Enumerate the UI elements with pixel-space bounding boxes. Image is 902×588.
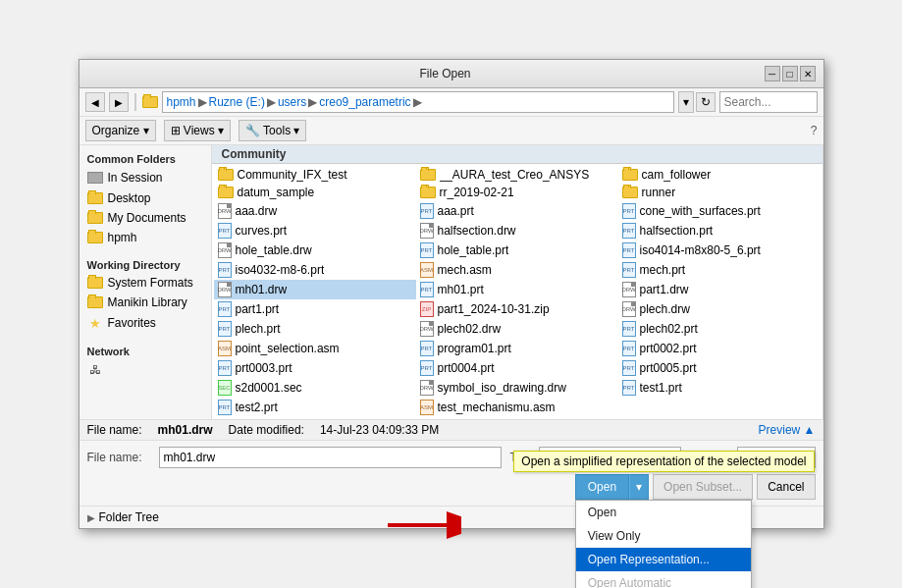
cancel-button[interactable]: Cancel — [757, 474, 815, 500]
file-grid: Community_IFX_test__AURA_test_Creo_ANSYS… — [212, 164, 822, 419]
sidebar-item-desktop[interactable]: Desktop — [80, 188, 211, 208]
breadcrumb-creo[interactable]: creo9_parametric — [319, 95, 410, 109]
list-item[interactable]: PRTmh01.prt — [416, 280, 618, 299]
list-item[interactable]: __AURA_test_Creo_ANSYS — [416, 166, 618, 184]
list-item[interactable]: PRTtest2.prt — [214, 398, 416, 417]
system-formats-icon — [87, 277, 103, 289]
community-header: Community — [222, 147, 287, 161]
breadcrumb-hpmh[interactable]: hpmh — [167, 95, 196, 109]
filename-input[interactable] — [159, 447, 503, 468]
breadcrumb-ruzne[interactable]: Ruzne (E:) — [209, 95, 265, 109]
list-item[interactable]: SECs2d0001.sec — [214, 378, 416, 398]
dialog-title: File Open — [127, 67, 765, 80]
search-input[interactable] — [719, 91, 818, 113]
title-bar: File Open ─ □ ✕ — [80, 60, 823, 88]
list-item[interactable]: DRWpart1.drw — [618, 280, 821, 299]
list-item[interactable]: ASMmech.asm — [416, 260, 618, 280]
list-item[interactable]: DRWmh01.drw — [214, 280, 416, 299]
list-item[interactable]: PRThalfsection.prt — [618, 221, 821, 241]
view-only-option[interactable]: View Only — [576, 524, 751, 548]
list-item[interactable]: PRThole_table.prt — [416, 241, 618, 260]
file-list: Community Community_IFX_test__AURA_test_… — [212, 145, 823, 419]
list-item[interactable]: PRTprt0003.prt — [214, 358, 416, 378]
list-item[interactable]: PRTcone_with_surfaces.prt — [618, 201, 821, 221]
title-controls: ─ □ ✕ — [765, 66, 816, 81]
list-item[interactable]: PRTplech.prt — [214, 319, 416, 339]
open-dropdown-menu: Open View Only Open Representation... Op… — [575, 500, 752, 588]
list-item[interactable]: PRTprogram01.prt — [416, 339, 618, 358]
back-button[interactable]: ◀ — [85, 92, 105, 112]
open-automatic-option: Open Automatic — [576, 571, 751, 588]
list-item[interactable]: PRTprt0002.prt — [618, 339, 821, 358]
sidebar-item-system-formats[interactable]: System Formats — [80, 273, 211, 293]
maximize-button[interactable]: □ — [782, 66, 798, 81]
sidebar-item-hpmh[interactable]: hpmh — [80, 228, 211, 247]
minimize-button[interactable]: ─ — [765, 66, 780, 81]
help-icon[interactable]: ? — [811, 124, 818, 137]
list-item[interactable]: PRTpart1.prt — [214, 299, 416, 319]
forward-button[interactable]: ▶ — [109, 92, 129, 112]
list-item[interactable]: PRTprt0004.prt — [416, 358, 618, 378]
list-item[interactable]: PRTiso4014-m8x80-5_6.prt — [618, 241, 821, 260]
sidebar-item-favorites[interactable]: ★ Favorites — [80, 312, 211, 334]
list-item[interactable]: cam_follower — [618, 166, 821, 184]
list-item[interactable]: PRTaaa.prt — [416, 201, 618, 221]
sidebar-item-my-documents[interactable]: My Documents — [80, 208, 211, 228]
sidebar: Common Folders In Session Desktop My Doc… — [80, 145, 212, 419]
folder-nav-icon — [142, 94, 158, 110]
list-item[interactable]: datum_sample — [214, 184, 416, 201]
list-item[interactable]: DRWsymbol_iso_drawing.drw — [416, 378, 618, 398]
list-item[interactable]: ZIPpart1_2024-10-31.zip — [416, 299, 618, 319]
manikin-folder-icon — [87, 296, 103, 308]
network-icon: 🖧 — [87, 362, 103, 378]
network-title: Network — [80, 342, 211, 359]
list-item[interactable]: PRTmech.prt — [618, 260, 821, 280]
sidebar-item-manikin[interactable]: Manikin Library — [80, 293, 211, 312]
status-date-value: 14-Jul-23 04:09:33 PM — [320, 423, 439, 437]
breadcrumb[interactable]: hpmh ▶ Ruzne (E:) ▶ users ▶ creo9_parame… — [162, 91, 674, 113]
sidebar-item-network[interactable]: 🖧 — [80, 359, 211, 381]
views-button[interactable]: ⊞ Views ▾ — [164, 120, 231, 141]
common-folders-title: Common Folders — [80, 149, 211, 167]
list-item[interactable]: runner — [618, 184, 821, 201]
list-item[interactable]: rr_2019-02-21 — [416, 184, 618, 201]
refresh-button[interactable]: ↻ — [696, 92, 716, 112]
desktop-folder-icon — [87, 192, 103, 204]
list-item[interactable]: PRTtest1.prt — [618, 378, 821, 398]
open-option[interactable]: Open — [576, 501, 751, 524]
folder-tree-chevron: ▶ — [87, 512, 95, 523]
action-bar: Organize ▾ ⊞ Views ▾ 🔧 Tools ▾ ? — [80, 117, 823, 145]
hpmh-folder-icon — [87, 232, 103, 243]
close-button[interactable]: ✕ — [800, 66, 816, 81]
status-filename-label: File name: — [87, 423, 142, 437]
list-item[interactable]: DRWaaa.drw — [214, 201, 416, 221]
filename-label: File name: — [87, 451, 151, 464]
organize-button[interactable]: Organize ▾ — [85, 120, 156, 141]
list-item[interactable]: PRTprt0005.prt — [618, 358, 821, 378]
open-button[interactable]: Open — [575, 474, 629, 500]
list-item[interactable]: PRTiso4032-m8-6.prt — [214, 260, 416, 280]
working-directory-title: Working Directory — [80, 255, 211, 273]
list-item[interactable]: PRTcurves.prt — [214, 221, 416, 241]
arrow-indicator — [383, 510, 461, 543]
open-representation-option[interactable]: Open Representation... — [576, 548, 751, 571]
preview-toggle[interactable]: Preview ▲ — [759, 423, 816, 437]
tools-button[interactable]: 🔧 Tools ▾ — [239, 120, 306, 141]
list-item[interactable]: ASMpoint_selection.asm — [214, 339, 416, 358]
open-dropdown-button[interactable]: ▾ — [629, 474, 649, 500]
status-bar: File name: mh01.drw Date modified: 14-Ju… — [80, 419, 823, 440]
favorites-icon: ★ — [87, 315, 103, 331]
breadcrumb-users[interactable]: users — [278, 95, 306, 109]
list-item[interactable]: ASMtest_mechanismu.asm — [416, 398, 618, 417]
list-item[interactable]: DRWhole_table.drw — [214, 241, 416, 260]
main-area: Common Folders In Session Desktop My Doc… — [80, 145, 823, 419]
list-item[interactable]: DRWplech.drw — [618, 299, 821, 319]
status-filename-value: mh01.drw — [158, 423, 213, 437]
breadcrumb-dropdown-button[interactable]: ▾ — [678, 91, 694, 113]
list-item[interactable]: PRTplech02.prt — [618, 319, 821, 339]
list-item[interactable]: DRWplech02.drw — [416, 319, 618, 339]
list-item[interactable]: DRWhalfsection.drw — [416, 221, 618, 241]
list-item[interactable]: Community_IFX_test — [214, 166, 416, 184]
sidebar-item-in-session[interactable]: In Session — [80, 167, 211, 188]
nav-toolbar: ◀ ▶ hpmh ▶ Ruzne (E:) ▶ users ▶ creo9_pa… — [80, 88, 823, 117]
